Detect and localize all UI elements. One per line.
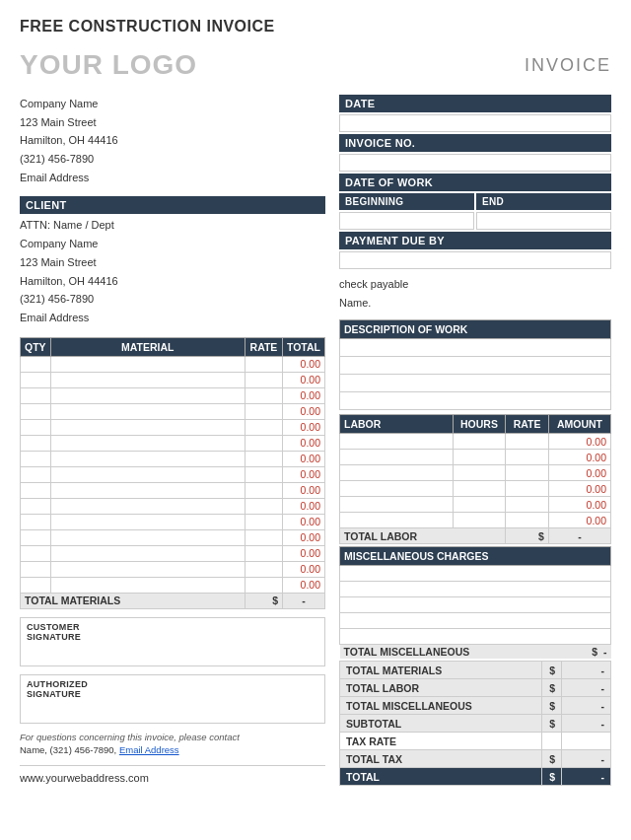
- client-phone: (321) 456-7890: [20, 290, 325, 309]
- table-row: [340, 613, 611, 629]
- table-row: 0.00: [21, 451, 325, 466]
- mat-col-total: TOTAL: [282, 337, 324, 356]
- misc-header: MISCELLANEOUS CHARGES: [340, 547, 611, 566]
- misc-footer: TOTAL MISCELLANEOUS $ -: [340, 645, 611, 660]
- materials-table: QTY MATERIAL RATE TOTAL 0.00 0.00 0.00 0…: [20, 337, 325, 609]
- table-row: 0.00: [340, 481, 611, 497]
- table-row: [340, 375, 611, 392]
- labor-table: LABOR HOURS RATE AMOUNT 0.00 0.00 0.00 0…: [339, 414, 611, 544]
- table-row: [340, 392, 611, 410]
- table-row: 0.00: [21, 561, 325, 577]
- table-row: 0.00: [340, 465, 611, 481]
- labor-col-rate: RATE: [506, 415, 549, 434]
- beginning-header: BEGINNING: [339, 193, 474, 210]
- company-street: 123 Main Street: [20, 113, 325, 132]
- customer-signature-box: CUSTOMER SIGNATURE: [20, 617, 325, 666]
- footer-note: For questions concerning this invoice, p…: [20, 732, 325, 742]
- work-desc-table: DESCRIPTION OF WORK: [339, 319, 611, 410]
- table-row: 0.00: [340, 513, 611, 528]
- mat-col-qty: QTY: [21, 337, 51, 356]
- client-company: Company Name: [20, 235, 325, 253]
- client-info: ATTN: Name / Dept Company Name 123 Main …: [20, 216, 325, 326]
- table-row: 0.00: [21, 403, 325, 419]
- company-city-state: Hamilton, OH 44416: [20, 131, 325, 150]
- labor-footer: TOTAL LABOR $ -: [340, 528, 611, 544]
- mat-col-material: MATERIAL: [50, 337, 245, 356]
- table-row: [340, 566, 611, 582]
- authorized-sig-sub: SIGNATURE: [27, 689, 318, 699]
- date-header: DATE: [339, 95, 611, 112]
- labor-col-amount: AMOUNT: [548, 415, 610, 434]
- table-row: 0.00: [340, 497, 611, 513]
- invoice-no-header: INVOICE NO.: [339, 134, 611, 152]
- company-email: Email Address: [20, 169, 325, 187]
- company-phone: (321) 456-7890: [20, 150, 325, 169]
- client-attn: ATTN: Name / Dept: [20, 216, 325, 235]
- payment-due-header: PAYMENT DUE BY: [339, 232, 611, 249]
- beginning-field[interactable]: [339, 212, 474, 230]
- summary-row-total-misc: TOTAL MISCELLANEOUS $ -: [340, 697, 611, 715]
- table-row: 0.00: [21, 498, 325, 514]
- check-payable: check payable Name.: [339, 275, 611, 312]
- client-header: CLIENT: [20, 196, 325, 214]
- summary-row-subtotal: SUBTOTAL $ -: [340, 715, 611, 733]
- company-name: Company Name: [20, 95, 325, 113]
- mat-col-rate: RATE: [245, 337, 282, 356]
- table-row: [340, 357, 611, 375]
- client-street: 123 Main Street: [20, 253, 325, 272]
- client-email: Email Address: [20, 309, 325, 327]
- table-row: 0.00: [21, 545, 325, 561]
- labor-col-hours: HOURS: [453, 415, 506, 434]
- table-row: 0.00: [21, 419, 325, 435]
- table-row: 0.00: [340, 434, 611, 450]
- customer-sig-sub: SIGNATURE: [27, 632, 318, 642]
- date-of-work-header: DATE OF WORK: [339, 174, 611, 191]
- authorized-signature-box: AUTHORIZED SIGNATURE: [20, 674, 325, 724]
- footer-email[interactable]: Email Address: [119, 744, 179, 755]
- table-row: 0.00: [21, 466, 325, 482]
- table-row: 0.00: [21, 529, 325, 545]
- logo: YOUR LOGO: [20, 49, 197, 81]
- table-row: 0.00: [340, 450, 611, 465]
- materials-footer: TOTAL MATERIALS $ -: [21, 593, 325, 608]
- page-title: FREE CONSTRUCTION INVOICE: [20, 18, 611, 35]
- table-row: 0.00: [21, 372, 325, 387]
- invoice-no-field[interactable]: [339, 154, 611, 172]
- summary-row-total-labor: TOTAL LABOR $ -: [340, 679, 611, 697]
- client-city-state: Hamilton, OH 44416: [20, 272, 325, 291]
- summary-row-total-materials: TOTAL MATERIALS $ -: [340, 662, 611, 679]
- end-header: END: [476, 193, 611, 210]
- table-row: [340, 597, 611, 613]
- table-row: 0.00: [21, 514, 325, 529]
- customer-sig-label: CUSTOMER: [27, 622, 318, 632]
- date-field[interactable]: [339, 114, 611, 132]
- summary-row-total: TOTAL $ -: [340, 768, 611, 786]
- labor-col-labor: LABOR: [340, 415, 454, 434]
- table-row: 0.00: [21, 577, 325, 593]
- footer-contact: Name, (321) 456-7890, Email Address: [20, 744, 325, 755]
- summary-row-tax-rate: TAX RATE: [340, 733, 611, 750]
- website: www.yourwebaddress.com: [20, 765, 325, 784]
- table-row: 0.00: [21, 387, 325, 403]
- misc-table: MISCELLANEOUS CHARGES TOTAL MISCELLANEOU…: [339, 546, 611, 659]
- invoice-label: INVOICE: [525, 55, 611, 76]
- work-desc-header: DESCRIPTION OF WORK: [340, 320, 611, 339]
- table-row: [340, 629, 611, 645]
- table-row: 0.00: [21, 482, 325, 498]
- table-row: 0.00: [21, 435, 325, 451]
- table-row: [340, 339, 611, 357]
- table-row: 0.00: [21, 356, 325, 372]
- summary-table: TOTAL MATERIALS $ - TOTAL LABOR $ - TOTA…: [339, 661, 611, 786]
- end-field[interactable]: [476, 212, 611, 230]
- authorized-sig-label: AUTHORIZED: [27, 679, 318, 689]
- payment-due-field[interactable]: [339, 251, 611, 269]
- company-info: Company Name 123 Main Street Hamilton, O…: [20, 95, 325, 186]
- summary-row-total-tax: TOTAL TAX $ -: [340, 750, 611, 768]
- table-row: [340, 582, 611, 597]
